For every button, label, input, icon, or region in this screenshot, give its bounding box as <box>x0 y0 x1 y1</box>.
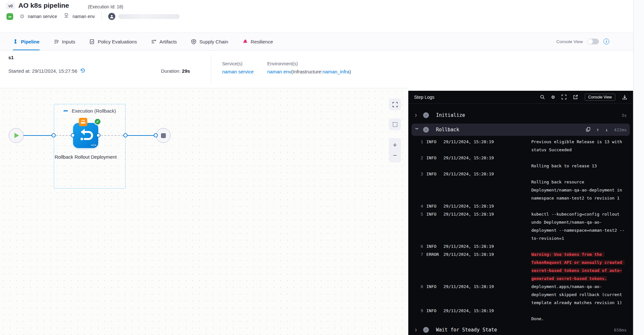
console-view-button[interactable]: Console View <box>585 94 615 101</box>
execution-id: (Execution Id: 18) <box>88 4 123 9</box>
search-icon[interactable] <box>540 95 545 99</box>
page-title: AO k8s pipeline <box>18 2 69 9</box>
info-icon[interactable]: i <box>603 39 609 44</box>
step-node-label: Rollback Rollout Deployment <box>53 153 118 162</box>
copy-logs-icon[interactable] <box>586 127 590 133</box>
header-divider <box>101 12 102 21</box>
tab-supply-chain[interactable]: Supply Chain <box>191 33 228 50</box>
tab-pipeline[interactable]: Pipeline <box>13 33 40 50</box>
pipeline-execution-page: v0 AO k8s pipeline (Execution Id: 18) ∞ … <box>0 0 644 335</box>
environments-column: Environment(s) naman env(Infrastructure:… <box>267 61 351 74</box>
artifacts-icon <box>151 39 156 44</box>
log-line-number: 6 <box>408 242 423 250</box>
collapse-icon[interactable] <box>63 110 68 111</box>
log-message: Rolling back to release 13 <box>531 154 625 170</box>
log-settings-gear-icon[interactable]: ⚙ <box>552 94 555 100</box>
environment-link[interactable]: naman env <box>267 69 291 74</box>
log-line-number: 3 <box>408 170 423 178</box>
log-timestamp: 29/11/2024, 15:28:19 <box>443 154 494 162</box>
chevron-down-icon[interactable]: ❯ <box>415 127 419 132</box>
rollout-badge-icon <box>79 118 87 126</box>
pipeline-icon <box>13 39 18 44</box>
log-level: INFO <box>426 202 441 210</box>
policy-check-icon <box>89 39 95 44</box>
download-logs-icon[interactable] <box>622 95 627 100</box>
marquee-select-button[interactable] <box>389 118 401 130</box>
scrollbar-gutter[interactable] <box>633 0 644 335</box>
log-level: INFO <box>426 154 441 162</box>
end-node[interactable] <box>156 128 171 143</box>
step-logs-panel: Step Logs ⚙ Console View ❯ ✓ <box>408 91 633 335</box>
tab-resilience[interactable]: Resilience <box>242 33 273 50</box>
open-in-new-icon[interactable] <box>573 95 578 99</box>
tab-artifacts[interactable]: Artifacts <box>151 33 177 50</box>
step-success-icon: ✓ <box>423 127 429 133</box>
environments-label: Environment(s) <box>267 61 351 66</box>
log-line: 1 INFO 29/11/2024, 15:28:19 Previous eli… <box>408 138 633 154</box>
stage-name: s1 <box>8 55 14 60</box>
edge-stage-to-end <box>128 135 154 136</box>
stage-summary-bar: s1 Started at: 29/11/2024, 15:27:56 Dura… <box>0 51 633 88</box>
log-line-number: 4 <box>408 202 423 210</box>
chevron-right-icon[interactable]: ❯ <box>415 328 419 332</box>
zoom-in-button[interactable]: + <box>393 141 397 149</box>
port-node-in <box>71 133 75 137</box>
log-message: deployment.apps/naman-qa-ao-deployment s… <box>531 283 625 307</box>
log-timestamp: 29/11/2024, 15:28:19 <box>443 202 494 210</box>
log-timestamp: 29/11/2024, 15:28:19 <box>443 307 494 315</box>
supply-chain-shield-icon <box>191 39 196 44</box>
gear-icon: ⚙ <box>20 13 24 20</box>
scroll-down-icon[interactable]: ↓ <box>605 127 608 132</box>
log-level: INFO <box>426 170 441 178</box>
header-service-name[interactable]: naman service <box>28 14 57 19</box>
step-success-icon: ✓ <box>423 112 429 118</box>
services-column: Service(s) naman service <box>222 61 254 74</box>
zoom-out-button[interactable]: − <box>393 151 397 160</box>
log-line: 2 INFO 29/11/2024, 15:28:19 Rolling back… <box>408 154 633 170</box>
fit-to-screen-button[interactable] <box>389 98 401 110</box>
port-end-in <box>154 133 158 137</box>
tab-policy-evaluations[interactable]: Policy Evaluations <box>89 33 137 50</box>
header-meta-row: ∞ ⚙ naman service naman env <box>6 12 180 21</box>
step-logs-header: Step Logs ⚙ Console View <box>408 91 633 104</box>
log-message: kubectl --kubeconfig=config rollout undo… <box>531 210 625 242</box>
log-section-wait-for-steady-state[interactable]: ❯ ✓ Wait for Steady State 658ms <box>412 323 630 335</box>
pipeline-canvas[interactable]: Execution (Rollback) </> ✓ Rollback Roll… <box>0 88 408 335</box>
tab-inputs[interactable]: Inputs <box>54 33 75 50</box>
log-timestamp: 29/11/2024, 15:28:19 <box>443 170 494 178</box>
environment-icon <box>63 13 69 20</box>
log-line-number: 9 <box>408 307 423 315</box>
log-section-rollback[interactable]: ❯ ✓ Rollback ↑ ↓ 422ms <box>412 124 630 136</box>
execution-history-icon[interactable] <box>80 68 86 74</box>
expand-icon[interactable] <box>562 95 566 99</box>
play-icon <box>14 133 19 138</box>
services-label: Service(s) <box>222 61 254 66</box>
cd-module-icon: ∞ <box>6 13 13 20</box>
console-view-toggle[interactable] <box>587 39 599 44</box>
start-node[interactable] <box>9 128 24 143</box>
log-lines[interactable]: 1 INFO 29/11/2024, 15:28:19 Previous eli… <box>408 138 633 323</box>
stop-icon <box>161 133 166 138</box>
version-badge: v0 <box>6 3 15 9</box>
scroll-up-icon[interactable]: ↑ <box>596 127 599 132</box>
success-check-icon: ✓ <box>94 118 101 125</box>
log-section-initialize[interactable]: ❯ ✓ Initialize 3s <box>412 109 630 122</box>
log-line: 9 INFO 29/11/2024, 15:28:19 Done. <box>408 307 633 323</box>
console-view-control: Console View i <box>556 33 609 50</box>
step-success-icon: ✓ <box>423 327 429 333</box>
header-environment-name[interactable]: naman env <box>72 14 95 19</box>
zoom-controls: + − <box>389 138 401 163</box>
service-link[interactable]: naman service <box>222 69 254 74</box>
user-avatar-icon <box>108 13 115 20</box>
log-line: 5 INFO 29/11/2024, 15:28:19 kubectl --ku… <box>408 210 633 242</box>
log-line-number: 2 <box>408 154 423 162</box>
log-line: 7 ERROR 29/11/2024, 15:28:19 Warning: Us… <box>408 250 633 283</box>
log-timestamp: 29/11/2024, 15:28:19 <box>443 242 494 250</box>
chevron-right-icon[interactable]: ❯ <box>415 113 419 117</box>
log-level: INFO <box>426 283 441 291</box>
infrastructure-link[interactable]: naman_infra <box>323 69 349 74</box>
section-duration: 658ms <box>614 328 627 332</box>
step-node-rollback-rollout-deployment[interactable]: </> <box>73 123 98 148</box>
log-level: INFO <box>426 210 441 218</box>
log-timestamp: 29/11/2024, 15:28:19 <box>443 283 494 291</box>
